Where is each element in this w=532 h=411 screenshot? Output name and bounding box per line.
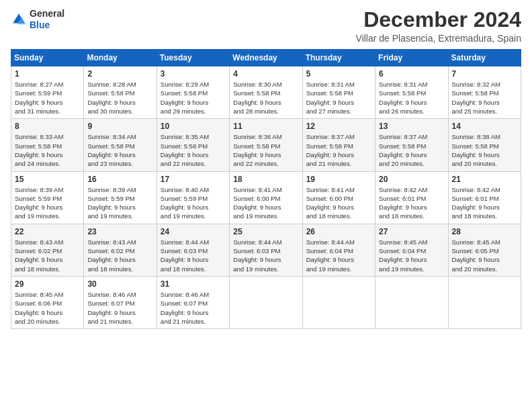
calendar-cell: 19Sunrise: 8:41 AM Sunset: 6:00 PM Dayli… [302, 171, 375, 224]
calendar-cell: 23Sunrise: 8:43 AM Sunset: 6:02 PM Dayli… [84, 224, 157, 276]
main-title: December 2024 [356, 8, 521, 32]
day-number: 7 [452, 69, 517, 79]
day-info: Sunrise: 8:34 AM Sunset: 5:58 PM Dayligh… [87, 132, 152, 168]
day-info: Sunrise: 8:30 AM Sunset: 5:58 PM Dayligh… [233, 80, 298, 116]
day-number: 4 [233, 69, 298, 79]
day-info: Sunrise: 8:42 AM Sunset: 6:01 PM Dayligh… [379, 185, 444, 221]
calendar-header-row: SundayMondayTuesdayWednesdayThursdayFrid… [11, 50, 521, 66]
logo-icon [11, 11, 27, 28]
calendar-cell: 26Sunrise: 8:44 AM Sunset: 6:04 PM Dayli… [302, 224, 375, 276]
day-number: 25 [233, 227, 298, 236]
calendar-week-row: 29Sunrise: 8:45 AM Sunset: 6:06 PM Dayli… [11, 276, 521, 328]
day-info: Sunrise: 8:43 AM Sunset: 6:02 PM Dayligh… [87, 238, 152, 273]
calendar-cell: 20Sunrise: 8:42 AM Sunset: 6:01 PM Dayli… [375, 171, 448, 224]
day-info: Sunrise: 8:35 AM Sunset: 5:58 PM Dayligh… [161, 132, 226, 168]
day-info: Sunrise: 8:45 AM Sunset: 6:04 PM Dayligh… [379, 238, 444, 273]
logo-general: General [30, 8, 64, 19]
day-info: Sunrise: 8:38 AM Sunset: 5:58 PM Dayligh… [452, 132, 517, 168]
calendar-week-row: 22Sunrise: 8:43 AM Sunset: 6:02 PM Dayli… [11, 224, 521, 276]
day-info: Sunrise: 8:42 AM Sunset: 6:01 PM Dayligh… [452, 185, 517, 221]
day-number: 10 [161, 122, 226, 131]
day-number: 5 [306, 69, 371, 79]
calendar-cell: 16Sunrise: 8:39 AM Sunset: 5:59 PM Dayli… [84, 171, 157, 224]
calendar-cell: 29Sunrise: 8:45 AM Sunset: 6:06 PM Dayli… [11, 276, 84, 328]
header: General Blue December 2024 Villar de Pla… [11, 8, 521, 44]
calendar-cell: 14Sunrise: 8:38 AM Sunset: 5:58 PM Dayli… [448, 119, 521, 171]
day-number: 13 [379, 122, 444, 131]
calendar-cell: 28Sunrise: 8:45 AM Sunset: 6:05 PM Dayli… [448, 224, 521, 276]
day-info: Sunrise: 8:44 AM Sunset: 6:03 PM Dayligh… [233, 238, 298, 273]
day-info: Sunrise: 8:28 AM Sunset: 5:58 PM Dayligh… [87, 80, 152, 116]
day-info: Sunrise: 8:44 AM Sunset: 6:03 PM Dayligh… [161, 238, 226, 273]
calendar-cell: 31Sunrise: 8:46 AM Sunset: 6:07 PM Dayli… [157, 276, 229, 328]
day-info: Sunrise: 8:37 AM Sunset: 5:58 PM Dayligh… [306, 132, 371, 168]
day-number: 15 [15, 175, 80, 184]
calendar-cell [375, 276, 448, 328]
calendar-cell: 24Sunrise: 8:44 AM Sunset: 6:03 PM Dayli… [157, 224, 229, 276]
calendar-week-row: 1Sunrise: 8:27 AM Sunset: 5:59 PM Daylig… [11, 66, 521, 119]
day-info: Sunrise: 8:46 AM Sunset: 6:07 PM Dayligh… [87, 290, 152, 326]
day-number: 26 [306, 227, 371, 236]
calendar-table: SundayMondayTuesdayWednesdayThursdayFrid… [11, 49, 521, 329]
calendar-cell: 2Sunrise: 8:28 AM Sunset: 5:58 PM Daylig… [84, 66, 157, 119]
calendar-cell: 8Sunrise: 8:33 AM Sunset: 5:58 PM Daylig… [11, 119, 84, 171]
day-number: 2 [87, 69, 152, 79]
calendar-cell: 7Sunrise: 8:32 AM Sunset: 5:58 PM Daylig… [448, 66, 521, 119]
logo: General Blue [11, 8, 64, 31]
day-info: Sunrise: 8:45 AM Sunset: 6:06 PM Dayligh… [15, 290, 80, 326]
day-info: Sunrise: 8:37 AM Sunset: 5:58 PM Dayligh… [379, 132, 444, 168]
calendar-cell: 4Sunrise: 8:30 AM Sunset: 5:58 PM Daylig… [230, 66, 302, 119]
day-number: 19 [306, 175, 371, 184]
day-number: 11 [233, 122, 298, 131]
calendar-cell: 5Sunrise: 8:31 AM Sunset: 5:58 PM Daylig… [302, 66, 375, 119]
calendar-cell: 18Sunrise: 8:41 AM Sunset: 6:00 PM Dayli… [230, 171, 302, 224]
calendar-cell: 30Sunrise: 8:46 AM Sunset: 6:07 PM Dayli… [84, 276, 157, 328]
day-number: 27 [379, 227, 444, 236]
calendar-header-thursday: Thursday [302, 50, 375, 66]
day-number: 30 [87, 279, 152, 289]
day-info: Sunrise: 8:44 AM Sunset: 6:04 PM Dayligh… [306, 238, 371, 273]
calendar-cell: 22Sunrise: 8:43 AM Sunset: 6:02 PM Dayli… [11, 224, 84, 276]
calendar-header-saturday: Saturday [448, 50, 521, 66]
calendar-cell [230, 276, 302, 328]
calendar-header-wednesday: Wednesday [230, 50, 302, 66]
day-info: Sunrise: 8:31 AM Sunset: 5:58 PM Dayligh… [379, 80, 444, 116]
calendar-cell: 17Sunrise: 8:40 AM Sunset: 5:59 PM Dayli… [157, 171, 229, 224]
calendar-cell: 12Sunrise: 8:37 AM Sunset: 5:58 PM Dayli… [302, 119, 375, 171]
calendar-cell: 25Sunrise: 8:44 AM Sunset: 6:03 PM Dayli… [230, 224, 302, 276]
day-info: Sunrise: 8:33 AM Sunset: 5:58 PM Dayligh… [15, 132, 80, 168]
calendar-cell: 27Sunrise: 8:45 AM Sunset: 6:04 PM Dayli… [375, 224, 448, 276]
day-number: 23 [87, 227, 152, 236]
calendar-cell [448, 276, 521, 328]
day-number: 20 [379, 175, 444, 184]
day-info: Sunrise: 8:36 AM Sunset: 5:58 PM Dayligh… [233, 132, 298, 168]
calendar-cell: 6Sunrise: 8:31 AM Sunset: 5:58 PM Daylig… [375, 66, 448, 119]
day-info: Sunrise: 8:39 AM Sunset: 5:59 PM Dayligh… [15, 185, 80, 221]
day-number: 17 [161, 175, 226, 184]
calendar-cell: 3Sunrise: 8:29 AM Sunset: 5:58 PM Daylig… [157, 66, 229, 119]
day-info: Sunrise: 8:40 AM Sunset: 5:59 PM Dayligh… [161, 185, 226, 221]
calendar-cell: 15Sunrise: 8:39 AM Sunset: 5:59 PM Dayli… [11, 171, 84, 224]
day-info: Sunrise: 8:46 AM Sunset: 6:07 PM Dayligh… [161, 290, 226, 326]
day-number: 14 [452, 122, 517, 131]
day-number: 22 [15, 227, 80, 236]
day-number: 18 [233, 175, 298, 184]
title-block: December 2024 Villar de Plasencia, Extre… [356, 8, 521, 44]
day-number: 29 [15, 279, 80, 289]
calendar-header-sunday: Sunday [11, 50, 84, 66]
day-info: Sunrise: 8:41 AM Sunset: 6:00 PM Dayligh… [306, 185, 371, 221]
day-number: 12 [306, 122, 371, 131]
page: General Blue December 2024 Villar de Pla… [0, 0, 532, 411]
day-number: 28 [452, 227, 517, 236]
logo-blue: Blue [30, 19, 64, 31]
day-info: Sunrise: 8:41 AM Sunset: 6:00 PM Dayligh… [233, 185, 298, 221]
day-number: 3 [161, 69, 226, 79]
calendar-cell: 11Sunrise: 8:36 AM Sunset: 5:58 PM Dayli… [230, 119, 302, 171]
calendar-cell: 1Sunrise: 8:27 AM Sunset: 5:59 PM Daylig… [11, 66, 84, 119]
calendar-cell: 9Sunrise: 8:34 AM Sunset: 5:58 PM Daylig… [84, 119, 157, 171]
calendar-cell [302, 276, 375, 328]
day-number: 16 [87, 175, 152, 184]
day-number: 9 [87, 122, 152, 131]
day-info: Sunrise: 8:31 AM Sunset: 5:58 PM Dayligh… [306, 80, 371, 116]
calendar-week-row: 8Sunrise: 8:33 AM Sunset: 5:58 PM Daylig… [11, 119, 521, 171]
